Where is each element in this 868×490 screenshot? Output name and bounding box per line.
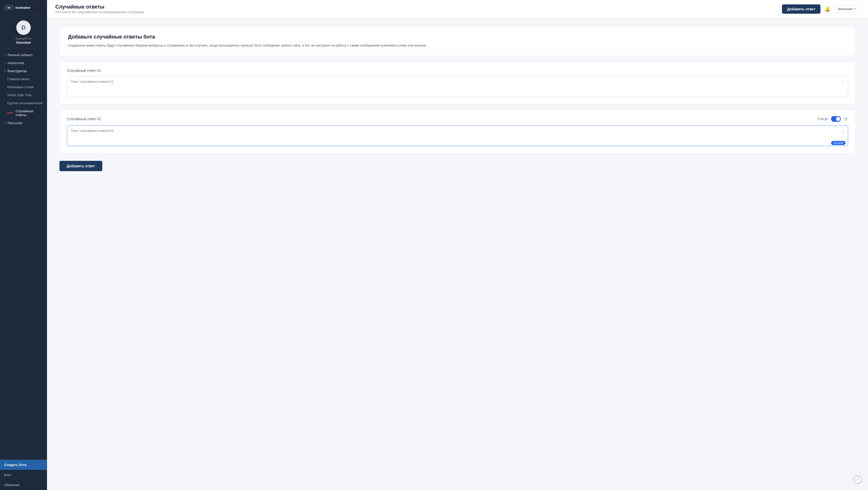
- sidebar-item-analytics[interactable]: ∨ Аналитика: [0, 59, 47, 67]
- sidebar-item-random-answers[interactable]: NEW Случайные ответы: [0, 107, 47, 119]
- header-title-block: Случайные ответы Что ответи бот пользова…: [55, 4, 144, 14]
- info-card: Добавьте случайные ответы бота Созданные…: [59, 26, 856, 56]
- training-link[interactable]: Обучение: [0, 480, 47, 490]
- sidebar-item-personal[interactable]: ∨ Личный кабинет: [0, 51, 47, 59]
- answer-1-label: Случайный ответ #1: [67, 68, 101, 73]
- sidebar-item-smart-sale-tree[interactable]: Smart Sale Tree: [0, 91, 47, 99]
- answer-2-label: Случайный ответ #2: [67, 117, 101, 121]
- sidebar-item-keywords[interactable]: Ключевые слова: [0, 83, 47, 91]
- chevron-icon: ∨: [4, 54, 6, 56]
- emoji-button-2[interactable]: ☺: [840, 128, 845, 134]
- nav-section: ∨ Личный кабинет ∨ Аналитика ∨ Конструкт…: [0, 49, 47, 129]
- emoji-button-1[interactable]: ☺: [840, 79, 845, 85]
- info-card-title: Добавьте случайные ответы бота: [68, 34, 847, 40]
- bot-name: Demobot: [16, 40, 31, 45]
- add-answer-button[interactable]: Добавить ответ: [59, 161, 102, 171]
- sidebar-item-constructor-label: Конструктор: [7, 69, 27, 73]
- sidebar-item-mailings-label: Рассылки: [7, 121, 23, 125]
- answer-1-textarea[interactable]: [67, 76, 848, 97]
- main-area: Случайные ответы Что ответи бот пользова…: [47, 0, 868, 490]
- answer-2-header: Случайный ответ #2 Статус 🗑: [67, 116, 848, 122]
- create-bot-label: Создать бота: [4, 463, 26, 467]
- sidebar-bottom: Создать бота Блог Обучение: [0, 460, 47, 490]
- page-title: Случайные ответы: [55, 4, 144, 10]
- sidebar-item-user-groups[interactable]: Группы пользователей: [0, 99, 47, 107]
- header: Случайные ответы Что ответи бот пользова…: [47, 0, 868, 18]
- answer-2-textarea[interactable]: [67, 125, 848, 146]
- delete-icon[interactable]: 🗑: [844, 117, 848, 121]
- sidebar-item-main-menu[interactable]: Главное меню: [0, 75, 47, 83]
- sidebar-item-user-groups-label: Группы пользователей: [7, 101, 43, 105]
- sidebar-item-main-menu-label: Главное меню: [7, 77, 29, 81]
- logo-area: ●● botmaker: [0, 0, 47, 15]
- create-bot-button[interactable]: Создать бота: [0, 460, 47, 470]
- content-area: Добавьте случайные ответы бота Созданные…: [47, 18, 868, 490]
- toggle-knob: [836, 117, 840, 121]
- blog-label: Блог: [4, 473, 11, 477]
- sidebar-item-constructor[interactable]: ∨ Конструктор: [0, 67, 47, 75]
- avatar: D: [16, 21, 31, 35]
- blog-link[interactable]: Блог: [0, 470, 47, 480]
- chevron-icon: ∨: [4, 69, 6, 73]
- status-toggle[interactable]: [831, 116, 841, 122]
- sidebar-item-random-answers-label: Случайные ответы: [16, 109, 43, 117]
- help-icon[interactable]: ?: [854, 475, 862, 484]
- user-dropdown[interactable]: demouser ▼: [834, 5, 860, 13]
- sidebar: ●● botmaker D Текущий бот Demobot ∨ Личн…: [0, 0, 47, 490]
- page-subtitle: Что ответи бот пользователю на неопредел…: [55, 10, 144, 14]
- header-actions: Добавить ответ 🔔 demouser ▼: [782, 4, 860, 14]
- help-icon-label: ?: [857, 477, 859, 482]
- answer-2-textarea-wrap: ☺ 26/4000: [67, 125, 848, 147]
- user-name: demouser: [838, 7, 853, 11]
- chevron-icon: ∨: [4, 61, 6, 64]
- dropdown-chevron-icon: ▼: [854, 7, 857, 10]
- chevron-icon: ∨: [4, 121, 6, 124]
- sidebar-item-personal-label: Личный кабинет: [7, 53, 33, 57]
- sidebar-item-keywords-label: Ключевые слова: [7, 85, 33, 89]
- char-count: 26/4000: [831, 141, 845, 145]
- answer-1-header: Случайный ответ #1: [67, 68, 848, 73]
- training-label: Обучение: [4, 483, 20, 487]
- bell-icon[interactable]: 🔔: [825, 6, 830, 12]
- sidebar-item-analytics-label: Аналитика: [7, 61, 24, 65]
- logo-text: botmaker: [16, 6, 31, 9]
- answer-card-1: Случайный ответ #1 ☺: [59, 62, 856, 105]
- sidebar-item-smart-sale-tree-label: Smart Sale Tree: [7, 93, 32, 97]
- logo-icon: ●●: [4, 5, 13, 10]
- answer-card-2: Случайный ответ #2 Статус 🗑 ☺ 26/4000: [59, 110, 856, 153]
- add-answer-header-button[interactable]: Добавить ответ: [782, 4, 821, 14]
- info-card-description: Созданные вами ответы будут случайным об…: [68, 43, 847, 48]
- sidebar-item-mailings[interactable]: ∨ Рассылки: [0, 119, 47, 127]
- new-badge: NEW: [7, 112, 13, 114]
- toggle-bg: [831, 116, 841, 122]
- status-label: Статус: [817, 117, 828, 121]
- bot-label: Текущий бот: [15, 37, 32, 40]
- bot-profile: D Текущий бот Demobot: [0, 15, 47, 49]
- answer-2-controls: Статус 🗑: [817, 116, 848, 122]
- answer-1-textarea-wrap: ☺: [67, 76, 848, 98]
